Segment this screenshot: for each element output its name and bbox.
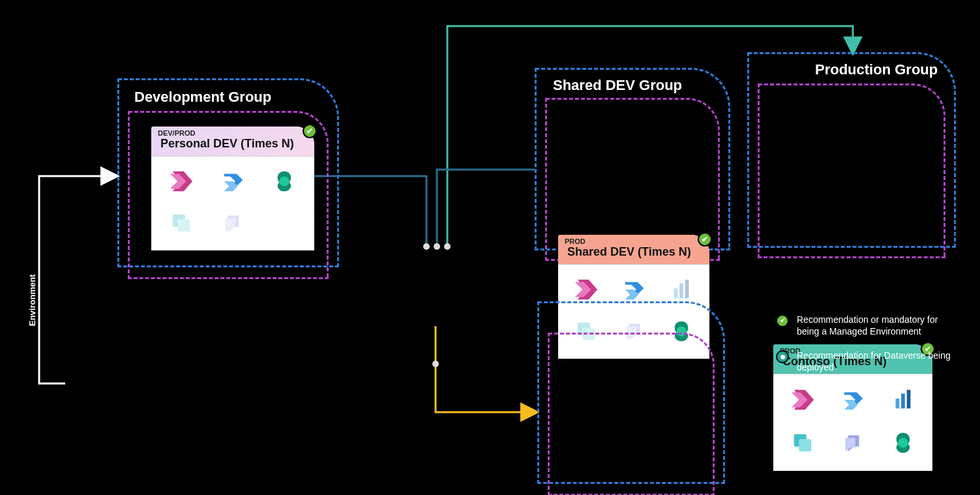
legend: Recommendation or mandatory for being a …	[776, 314, 958, 373]
dataverse-badge-icon	[776, 350, 789, 363]
legend-dataverse-text: Recommendation for Dataverse being deplo…	[797, 350, 958, 373]
power-automate-icon	[220, 169, 245, 194]
shared-dev-group-title: Shared DEV Group	[553, 77, 682, 94]
power-apps-icon	[574, 277, 599, 302]
power-pages-icon	[169, 211, 194, 235]
personal-dev-title: Personal DEV (Times N)	[151, 137, 314, 157]
managed-badge-icon	[698, 232, 712, 247]
dataverse-icon	[272, 169, 297, 194]
power-apps-icon	[169, 169, 194, 194]
svg-point-3	[432, 361, 439, 367]
personal-dev-tag: DEV/PROD	[151, 127, 314, 137]
environment-arrow-label: Environment	[27, 275, 37, 326]
svg-point-1	[434, 243, 440, 250]
uat-group-title: UAT	[617, 310, 646, 327]
power-automate-icon	[840, 387, 865, 412]
power-bi-icon	[669, 277, 694, 302]
svg-point-2	[444, 243, 451, 250]
development-group-title: Development Group	[134, 89, 271, 106]
power-pages-icon	[790, 430, 815, 455]
legend-managed-text: Recommendation or mandatory for being a …	[797, 314, 958, 337]
production-group-inner	[758, 83, 945, 258]
svg-point-0	[423, 243, 430, 250]
shared-dev-tag: PROD	[558, 235, 709, 245]
managed-badge-icon	[776, 314, 789, 327]
shared-dev-title: Shared DEV (Times N)	[558, 245, 709, 265]
power-apps-icon	[790, 387, 815, 412]
personal-dev-card: DEV/PROD Personal DEV (Times N)	[151, 127, 314, 250]
copilot-studio-icon	[840, 430, 865, 455]
uat-group-inner	[548, 333, 715, 495]
copilot-studio-icon	[220, 211, 245, 235]
power-automate-icon	[621, 277, 646, 302]
production-group-title: Production Group	[815, 61, 938, 78]
managed-badge-icon	[303, 124, 317, 138]
dataverse-icon	[891, 430, 915, 455]
power-bi-icon	[891, 387, 915, 412]
